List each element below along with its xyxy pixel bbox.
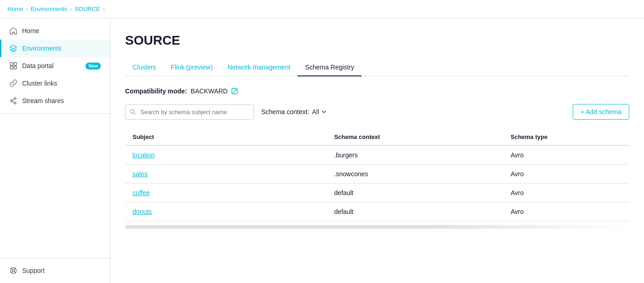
- sidebar-divider: [0, 113, 110, 114]
- compat-mode-value: BACKWARD: [191, 87, 228, 95]
- svg-line-7: [12, 99, 14, 100]
- tabs-bar: Clusters Flink (preview) Network managem…: [125, 59, 629, 76]
- sidebar-item-cluster-links-label: Cluster links: [22, 80, 101, 87]
- main-content: SOURCE Clusters Flink (preview) Network …: [110, 18, 644, 283]
- svg-line-8: [12, 101, 14, 103]
- top-bar: Home › Environments › SOURCE ›: [0, 0, 644, 18]
- col-header-schema-context: Schema context: [327, 129, 503, 145]
- cell-schema-type: Avro: [503, 145, 629, 165]
- sidebar-item-data-portal-label: Data portal: [22, 62, 81, 69]
- svg-point-4: [14, 98, 16, 99]
- sidebar-item-stream-shares-label: Stream shares: [22, 97, 101, 104]
- search-input[interactable]: [125, 104, 254, 120]
- sidebar-item-home[interactable]: Home: [0, 22, 110, 40]
- cell-schema-type: Avro: [503, 165, 629, 184]
- search-wrap: [125, 104, 254, 120]
- context-dropdown[interactable]: All: [312, 108, 327, 116]
- horizontal-scrollbar[interactable]: [125, 225, 629, 229]
- context-value: All: [312, 108, 319, 116]
- breadcrumb-environments[interactable]: Environments: [31, 6, 67, 12]
- chevron-down-icon: [321, 109, 327, 115]
- sidebar-item-home-label: Home: [22, 27, 101, 35]
- cell-schema-context: default: [327, 202, 503, 221]
- svg-line-17: [134, 113, 135, 114]
- add-schema-button[interactable]: + Add schema: [573, 104, 629, 120]
- sidebar-item-environments[interactable]: Environments: [0, 40, 110, 57]
- schema-toolbar: Schema context: All + Add schema: [125, 104, 629, 120]
- cell-schema-type: Avro: [503, 184, 629, 202]
- sidebar-item-support[interactable]: Support: [0, 262, 110, 279]
- subject-link[interactable]: location: [132, 151, 155, 159]
- share-icon: [9, 97, 17, 105]
- compat-bar: Compatibility mode: BACKWARD: [125, 87, 629, 95]
- schema-table-body: location.burgersAvrosales.snowconesAvroc…: [125, 145, 629, 221]
- layers-icon: [9, 44, 17, 52]
- data-portal-badge: New: [86, 63, 101, 69]
- subject-link[interactable]: donuts: [132, 208, 152, 215]
- grid-icon: [9, 62, 17, 70]
- breadcrumb: Home › Environments › SOURCE ›: [7, 6, 105, 12]
- svg-rect-3: [14, 66, 17, 69]
- home-icon: [9, 27, 17, 35]
- schema-table: Subject Schema context Schema type locat…: [125, 129, 629, 221]
- schema-context-label: Schema context:: [261, 108, 309, 116]
- sidebar-item-stream-shares[interactable]: Stream shares: [0, 92, 110, 110]
- cell-schema-context: default: [327, 184, 503, 202]
- breadcrumb-sep-1: ›: [26, 6, 28, 12]
- edit-compat-button[interactable]: [231, 88, 238, 94]
- cell-subject: coffee: [125, 184, 327, 202]
- table-row: coffeedefaultAvro: [125, 184, 629, 202]
- cell-subject: donuts: [125, 202, 327, 221]
- svg-point-5: [11, 100, 12, 102]
- cell-subject: location: [125, 145, 327, 165]
- schema-context-selector: Schema context: All: [261, 108, 327, 116]
- tab-schema-registry[interactable]: Schema Registry: [298, 59, 362, 76]
- sidebar-item-cluster-links[interactable]: Cluster links: [0, 75, 110, 92]
- svg-rect-2: [10, 66, 13, 69]
- cell-schema-context: .snowcones: [327, 165, 503, 184]
- svg-rect-1: [14, 63, 17, 65]
- subject-link[interactable]: coffee: [132, 189, 150, 196]
- cell-schema-type: Avro: [503, 202, 629, 221]
- tab-flink[interactable]: Flink (preview): [163, 59, 220, 76]
- breadcrumb-home[interactable]: Home: [7, 6, 23, 12]
- tab-clusters[interactable]: Clusters: [125, 59, 163, 76]
- breadcrumb-sep-2: ›: [70, 6, 72, 12]
- app-body: Home Environments Data po: [0, 18, 644, 283]
- svg-rect-0: [10, 63, 13, 65]
- search-icon: [130, 109, 136, 115]
- breadcrumb-current: SOURCE: [75, 6, 100, 12]
- cell-subject: sales: [125, 165, 327, 184]
- sidebar-item-data-portal[interactable]: Data portal New: [0, 57, 110, 75]
- table-header: Subject Schema context Schema type: [125, 129, 629, 145]
- sidebar: Home Environments Data po: [0, 18, 110, 283]
- subject-link[interactable]: sales: [132, 170, 148, 178]
- link-icon: [9, 79, 17, 87]
- sidebar-bottom: Support: [0, 258, 110, 279]
- sidebar-item-environments-label: Environments: [22, 45, 101, 52]
- col-header-subject: Subject: [125, 129, 327, 145]
- support-icon: [9, 266, 17, 275]
- page-title: SOURCE: [125, 33, 629, 48]
- cell-schema-context: .burgers: [327, 145, 503, 165]
- breadcrumb-sep-3: ›: [103, 6, 105, 12]
- sidebar-item-support-label: Support: [22, 267, 101, 274]
- svg-point-6: [14, 102, 16, 104]
- table-row: location.burgersAvro: [125, 145, 629, 165]
- tab-network[interactable]: Network management: [220, 59, 298, 76]
- compat-mode-label: Compatibility mode:: [125, 87, 187, 95]
- svg-point-10: [12, 270, 15, 272]
- col-header-schema-type: Schema type: [503, 129, 629, 145]
- table-row: donutsdefaultAvro: [125, 202, 629, 221]
- table-row: sales.snowconesAvro: [125, 165, 629, 184]
